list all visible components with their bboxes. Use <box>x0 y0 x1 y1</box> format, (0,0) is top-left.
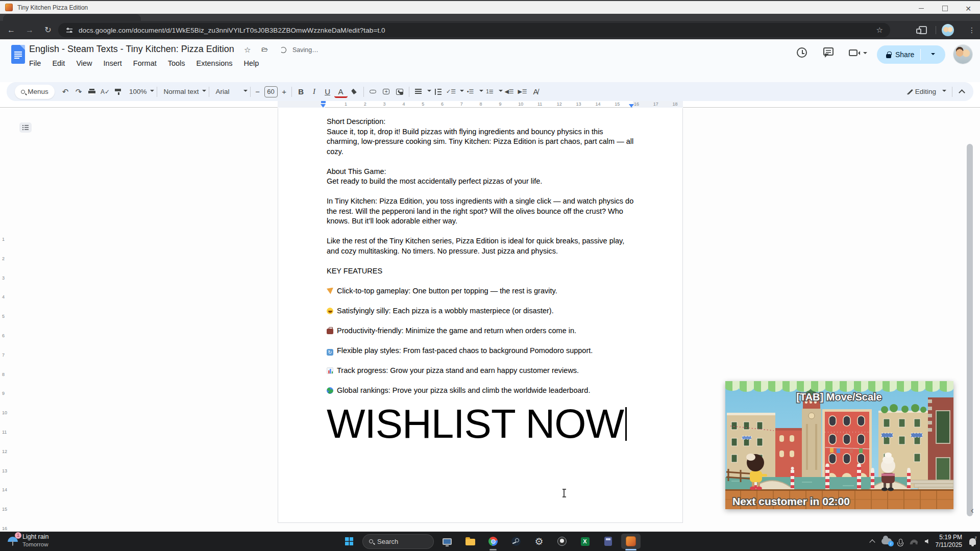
feature-line[interactable]: Global rankings: Prove your pizza skills… <box>327 386 634 396</box>
move-to-folder-icon[interactable]: 🗁 <box>261 45 268 53</box>
side-panel-collapse-icon[interactable]: ‹ <box>971 505 974 516</box>
paragraph[interactable] <box>327 256 634 266</box>
onedrive-icon[interactable] <box>881 538 892 544</box>
comments-icon[interactable] <box>823 47 837 61</box>
taskbar-app-obs-studio[interactable] <box>552 534 572 549</box>
url-bar[interactable]: docs.google.com/document/d/1WkE5Biz_zu3n… <box>58 23 890 37</box>
taskbar-weather-widget[interactable]: 1 Light rain Tomorrow <box>7 533 48 548</box>
forward-arrow-icon[interactable]: → <box>24 24 35 36</box>
document-title[interactable]: English - Steam Texts - Tiny Kitchen: Pi… <box>29 44 234 55</box>
font-size-input[interactable]: 60 <box>264 86 278 97</box>
paragraph[interactable]: About This Game: <box>327 167 634 177</box>
extensions-icon[interactable] <box>919 26 927 34</box>
browser-profile-avatar[interactable] <box>942 24 954 36</box>
meet-video-icon[interactable] <box>849 47 862 61</box>
taskbar-app-excel[interactable]: X <box>575 534 595 549</box>
undo-button[interactable]: ↶ <box>59 85 72 98</box>
zoom-select[interactable]: 100% <box>125 88 148 95</box>
insert-image-button[interactable] <box>393 85 406 98</box>
increase-font-button[interactable]: + <box>280 85 289 98</box>
feature-line[interactable]: Productivity-friendly: Minimize the game… <box>327 326 634 336</box>
italic-button[interactable]: I <box>308 85 321 98</box>
redo-button[interactable]: ↷ <box>72 85 85 98</box>
wifi-icon[interactable] <box>910 538 918 544</box>
menu-item[interactable]: File <box>24 58 45 69</box>
horizontal-ruler[interactable]: 123456789101112131415161718 <box>0 101 980 108</box>
underline-button[interactable]: U <box>321 85 334 98</box>
feature-text[interactable]: Productivity-friendly: Minimize the game… <box>337 327 576 335</box>
taskbar-app-settings-gear[interactable]: ⚙ <box>529 534 549 549</box>
browser-menu-icon[interactable]: ⋮ <box>966 24 977 36</box>
maximize-button[interactable] <box>933 2 957 15</box>
paragraph-style-select[interactable]: Normal text <box>160 88 200 95</box>
spellcheck-button[interactable]: A✓ <box>99 85 112 98</box>
back-arrow-icon[interactable]: ← <box>6 24 17 36</box>
menu-item[interactable]: Help <box>239 58 264 69</box>
feature-line[interactable]: Satisfyingly silly: Each pizza is a wobb… <box>327 306 634 316</box>
menu-item[interactable]: Insert <box>99 58 127 69</box>
highlight-button[interactable] <box>348 85 361 98</box>
paragraph[interactable] <box>327 227 634 237</box>
menu-item[interactable]: Tools <box>163 58 190 69</box>
numbered-list-button[interactable]: 1☰ <box>483 85 497 98</box>
volume-icon[interactable] <box>925 539 928 544</box>
taskbar-clock[interactable]: 5:19 PM 7/11/2025 <box>936 534 963 549</box>
feature-line[interactable]: Click-to-top gameplay: One button per to… <box>327 286 634 296</box>
vertical-ruler[interactable]: 12345678910111213141516 <box>0 216 7 512</box>
share-button[interactable]: Share <box>877 45 945 64</box>
paint-format-button[interactable] <box>112 85 125 98</box>
wishlist-now-heading[interactable]: WISHLIST NOW <box>327 402 634 446</box>
active-tab[interactable] <box>3 14 141 21</box>
paragraph[interactable] <box>327 187 634 197</box>
show-outline-button[interactable] <box>19 122 32 133</box>
feature-text[interactable]: Click-to-top gameplay: One button per to… <box>337 287 557 295</box>
line-spacing-button[interactable] <box>431 85 445 98</box>
microphone-icon[interactable] <box>899 539 902 544</box>
minimize-button[interactable] <box>910 2 933 15</box>
game-pip-window[interactable]: [TAB] Move/Scale Next customer in 02:00 <box>725 381 953 509</box>
editing-mode-select[interactable]: Editing <box>906 88 949 95</box>
taskbar-app-tiny-kitchen-game[interactable] <box>621 534 641 549</box>
increase-indent-button[interactable]: ▶☰ <box>516 85 529 98</box>
bold-button[interactable]: B <box>295 85 308 98</box>
menu-item[interactable]: Extensions <box>192 58 237 69</box>
align-button[interactable] <box>412 85 425 98</box>
decrease-indent-button[interactable]: ◀☰ <box>503 85 516 98</box>
feature-text[interactable]: Satisfyingly silly: Each pizza is a wobb… <box>337 307 554 315</box>
docs-logo-icon[interactable] <box>11 45 25 64</box>
paragraph[interactable]: Short Description: <box>327 117 634 127</box>
start-button[interactable] <box>339 534 359 549</box>
decrease-font-button[interactable]: − <box>253 85 262 98</box>
taskbar-app-file-explorer[interactable] <box>460 534 480 549</box>
print-button[interactable] <box>85 85 99 98</box>
checklist-button[interactable]: ✓☰ <box>445 85 458 98</box>
taskbar-app-task-view[interactable] <box>437 534 457 549</box>
taskbar-app-calculator[interactable] <box>598 534 618 549</box>
paragraph[interactable]: In Tiny Kitchen: Pizza Edition, you toss… <box>327 196 634 227</box>
scrollbar-thumb[interactable] <box>967 144 973 516</box>
url-text[interactable]: docs.google.com/document/d/1WkE5Biz_zu3n… <box>79 27 385 34</box>
font-select[interactable]: Arial <box>212 88 241 95</box>
menu-item[interactable]: View <box>71 58 96 69</box>
version-history-icon[interactable] <box>797 47 810 61</box>
tray-expand-icon[interactable] <box>869 539 875 545</box>
feature-line[interactable]: Flexible play styles: From fast-paced ch… <box>327 346 634 356</box>
menu-item[interactable]: Format <box>129 58 161 69</box>
bookmark-star-icon[interactable]: ☆ <box>876 26 883 35</box>
paragraph[interactable]: Like the rest of the Tiny Kitchen series… <box>327 236 634 256</box>
text-color-button[interactable]: A <box>334 87 348 98</box>
feature-text[interactable]: Track progress: Grow your pizza stand an… <box>337 366 579 374</box>
paragraph[interactable]: Get ready to build the most accidentally… <box>327 177 634 187</box>
feature-text[interactable]: Global rankings: Prove your pizza skills… <box>337 386 590 394</box>
star-document-icon[interactable]: ☆ <box>244 45 251 55</box>
close-button[interactable]: ✕ <box>957 2 980 15</box>
taskbar-search[interactable]: Search <box>362 534 434 549</box>
insert-link-button[interactable] <box>366 85 380 98</box>
clear-formatting-button[interactable]: A̸ <box>529 85 543 98</box>
site-settings-icon[interactable] <box>66 28 72 33</box>
menus-search-button[interactable]: Menus <box>15 85 55 99</box>
bulleted-list-button[interactable]: •☰ <box>464 85 477 98</box>
add-comment-button[interactable]: + <box>380 85 393 98</box>
reload-icon[interactable]: ↻ <box>42 24 54 36</box>
first-line-indent-marker[interactable] <box>321 101 326 103</box>
